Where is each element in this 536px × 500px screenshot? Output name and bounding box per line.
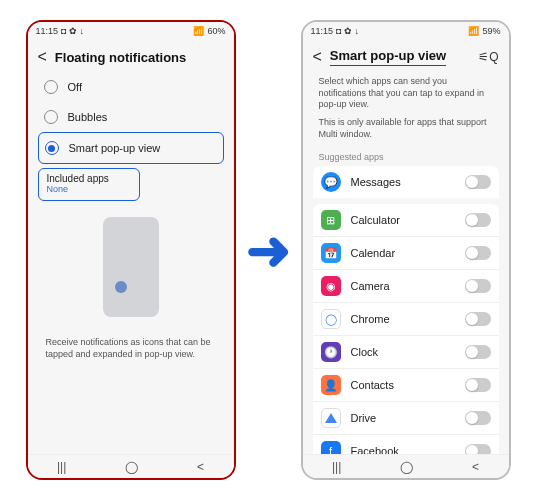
option-label: Off	[68, 81, 82, 93]
phone-left: 11:15 ◘ ✿ ↓ 📶 60% < Floating notificatio…	[26, 20, 236, 480]
toggle-switch[interactable]	[465, 312, 491, 326]
app-row[interactable]: 📅Calendar	[313, 237, 499, 270]
back-button[interactable]: <	[197, 460, 204, 474]
radio-icon	[44, 80, 58, 94]
back-button[interactable]: <	[472, 460, 479, 474]
included-apps-button[interactable]: Included apps None	[38, 168, 140, 201]
toggle-switch[interactable]	[465, 444, 491, 454]
preview-area	[38, 217, 224, 317]
calculator-icon: ⊞	[321, 210, 341, 230]
phone-right: 11:15 ◘ ✿ ↓ 📶 59% < Smart pop-up view ⚟Q…	[301, 20, 511, 480]
messages-icon: 💬	[321, 172, 341, 192]
app-row[interactable]: ◉Camera	[313, 270, 499, 303]
camera-icon: ◉	[321, 276, 341, 296]
app-row[interactable]: 👤Contacts	[313, 369, 499, 402]
app-label: Calculator	[351, 214, 455, 226]
app-label: Drive	[351, 412, 455, 424]
preview-description: Receive notifications as icons that can …	[38, 317, 224, 370]
signal-icon: 📶	[468, 26, 479, 36]
app-row[interactable]: 🕐Clock	[313, 336, 499, 369]
contacts-icon: 👤	[321, 375, 341, 395]
app-label: Contacts	[351, 379, 455, 391]
app-row[interactable]: Drive	[313, 402, 499, 435]
app-label: Chrome	[351, 313, 455, 325]
calendar-icon: 📅	[321, 243, 341, 263]
app-row[interactable]: 💬Messages	[313, 166, 499, 198]
description-1: Select which apps can send you notificat…	[313, 72, 499, 113]
header: < Floating notifications	[28, 40, 234, 72]
included-title: Included apps	[47, 173, 131, 184]
app-row[interactable]: ⊞Calculator	[313, 204, 499, 237]
signal-icon: 📶	[193, 26, 204, 36]
status-icons: ◘ ✿ ↓	[61, 26, 84, 36]
app-list: 💬Messages⊞Calculator📅Calendar◉Camera◯Chr…	[313, 166, 499, 454]
page-title: Floating notifications	[55, 50, 186, 65]
app-label: Camera	[351, 280, 455, 292]
status-time: 11:15	[311, 26, 334, 36]
toggle-switch[interactable]	[465, 411, 491, 425]
nav-bar: ||| ◯ <	[303, 454, 509, 478]
app-label: Facebook	[351, 445, 455, 454]
battery-label: 60%	[207, 26, 225, 36]
home-button[interactable]: ◯	[400, 460, 413, 474]
page-title: Smart pop-up view	[330, 48, 446, 66]
app-row[interactable]: ◯Chrome	[313, 303, 499, 336]
nav-bar: ||| ◯ <	[28, 454, 234, 478]
option-label: Smart pop-up view	[69, 142, 161, 154]
drive-icon	[321, 408, 341, 428]
arrow-right-icon: ➜	[246, 219, 291, 282]
header: < Smart pop-up view ⚟Q	[303, 40, 509, 72]
clock-icon: 🕐	[321, 342, 341, 362]
toggle-switch[interactable]	[465, 175, 491, 189]
app-label: Messages	[351, 176, 455, 188]
option-bubbles[interactable]: Bubbles	[38, 102, 224, 132]
recent-button[interactable]: |||	[57, 460, 66, 474]
option-label: Bubbles	[68, 111, 108, 123]
toggle-switch[interactable]	[465, 378, 491, 392]
recent-button[interactable]: |||	[332, 460, 341, 474]
back-icon[interactable]: <	[313, 48, 322, 66]
option-off[interactable]: Off	[38, 72, 224, 102]
toggle-switch[interactable]	[465, 246, 491, 260]
filter-icon[interactable]: ⚟Q	[478, 50, 498, 64]
home-button[interactable]: ◯	[125, 460, 138, 474]
radio-icon	[44, 110, 58, 124]
preview-dot-icon	[115, 281, 127, 293]
status-time: 11:15	[36, 26, 59, 36]
description-2: This is only available for apps that sup…	[313, 113, 499, 150]
app-label: Calendar	[351, 247, 455, 259]
chrome-icon: ◯	[321, 309, 341, 329]
toggle-switch[interactable]	[465, 345, 491, 359]
status-bar: 11:15 ◘ ✿ ↓ 📶 59%	[303, 22, 509, 40]
option-smart-popup[interactable]: Smart pop-up view	[38, 132, 224, 164]
toggle-switch[interactable]	[465, 279, 491, 293]
app-row[interactable]: fFacebook	[313, 435, 499, 454]
status-bar: 11:15 ◘ ✿ ↓ 📶 60%	[28, 22, 234, 40]
facebook-icon: f	[321, 441, 341, 454]
preview-phone-icon	[103, 217, 159, 317]
app-label: Clock	[351, 346, 455, 358]
toggle-switch[interactable]	[465, 213, 491, 227]
included-sub: None	[47, 184, 131, 194]
suggested-apps-header: Suggested apps	[313, 150, 499, 166]
status-icons: ◘ ✿ ↓	[336, 26, 359, 36]
back-icon[interactable]: <	[38, 48, 47, 66]
radio-icon	[45, 141, 59, 155]
battery-label: 59%	[482, 26, 500, 36]
